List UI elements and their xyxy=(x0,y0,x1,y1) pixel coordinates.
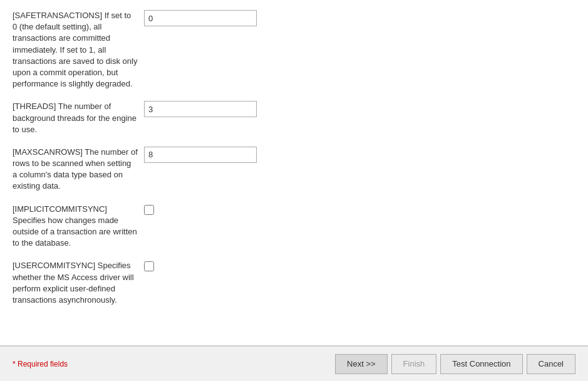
form-row-usercommitsync: [USERCOMMITSYNC] Specifies whether the M… xyxy=(13,260,575,306)
form-row-implicitcommitsync: [IMPLICITCOMMITSYNC] Specifies how chang… xyxy=(13,204,575,249)
form-row-maxscanrows: [MAXSCANROWS] The number of rows to be s… xyxy=(13,147,575,192)
cancel-button[interactable]: Cancel xyxy=(527,354,575,374)
label-implicitcommitsync: [IMPLICITCOMMITSYNC] Specifies how chang… xyxy=(13,204,144,249)
field-safetransactions xyxy=(144,10,575,26)
footer-buttons: Next >> Finish Test Connection Cancel xyxy=(335,354,575,374)
next-button[interactable]: Next >> xyxy=(335,354,388,374)
checkbox-implicitcommitsync[interactable] xyxy=(144,205,154,215)
input-maxscanrows[interactable] xyxy=(144,147,257,163)
finish-button[interactable]: Finish xyxy=(391,354,437,374)
checkbox-usercommitsync[interactable] xyxy=(144,261,154,271)
label-usercommitsync: [USERCOMMITSYNC] Specifies whether the M… xyxy=(13,260,144,306)
label-threads: [THREADS] The number of background threa… xyxy=(13,101,144,135)
input-threads[interactable] xyxy=(144,101,257,117)
form-content: [SAFETRANSACTIONS] If set to 0 (the defa… xyxy=(0,0,588,346)
footer: * Required fields Next >> Finish Test Co… xyxy=(0,346,588,381)
field-maxscanrows xyxy=(144,147,575,163)
field-threads xyxy=(144,101,575,117)
form-row-safetransactions: [SAFETRANSACTIONS] If set to 0 (the defa… xyxy=(13,10,575,90)
label-maxscanrows: [MAXSCANROWS] The number of rows to be s… xyxy=(13,147,144,192)
input-safetransactions[interactable] xyxy=(144,10,257,26)
required-note: * Required fields xyxy=(13,360,335,368)
label-safetransactions: [SAFETRANSACTIONS] If set to 0 (the defa… xyxy=(13,10,144,90)
field-usercommitsync xyxy=(144,260,575,273)
test-connection-button[interactable]: Test Connection xyxy=(440,354,522,374)
field-implicitcommitsync xyxy=(144,204,575,217)
form-row-threads: [THREADS] The number of background threa… xyxy=(13,101,575,135)
